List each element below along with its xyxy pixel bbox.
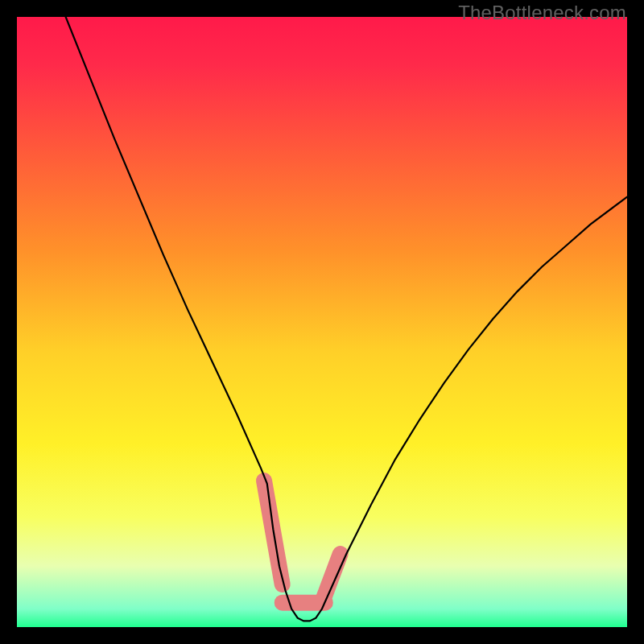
bottleneck-chart	[17, 17, 627, 627]
gradient-background	[17, 17, 627, 627]
chart-frame	[17, 17, 627, 627]
attribution-label: TheBottleneck.com	[458, 2, 626, 24]
